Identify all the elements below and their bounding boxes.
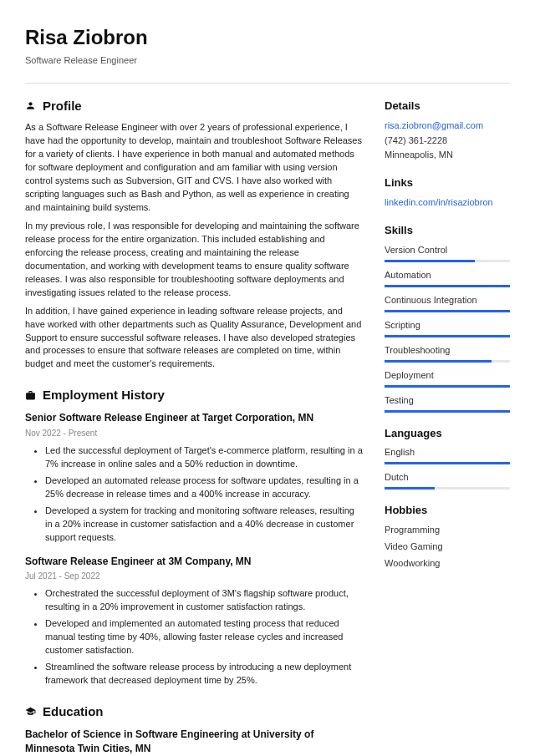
hobby-item: Programming: [385, 524, 510, 537]
job-bullet: Developed and implemented an automated t…: [45, 617, 363, 657]
skill-bar: [385, 385, 510, 388]
job-bullet: Developed a system for tracking and moni…: [45, 505, 363, 545]
job-bullets: Orchestrated the successful deployment o…: [25, 587, 363, 688]
hobby-item: Video Gaming: [385, 540, 510, 554]
job-bullet: Led the successful deployment of Target'…: [45, 444, 363, 471]
skill-name: Automation: [385, 269, 510, 282]
skill-item: Continuous Integration: [385, 294, 510, 312]
skills-block: Skills Version ControlAutomationContinuo…: [385, 223, 510, 412]
skill-bar: [385, 310, 510, 312]
briefcase-icon: [25, 390, 36, 401]
education-degree: Bachelor of Science in Software Engineer…: [25, 728, 363, 756]
skill-bar: [385, 360, 510, 363]
profile-p1: As a Software Release Engineer with over…: [25, 121, 363, 215]
skill-fill: [385, 310, 510, 312]
employment-title: Employment History: [43, 386, 165, 404]
skill-name: Troubleshooting: [385, 344, 510, 358]
person-subtitle: Software Release Engineer: [25, 54, 510, 68]
details-block: Details risa.ziobron@gmail.com (742) 361…: [385, 99, 510, 163]
skill-name: Testing: [385, 394, 510, 408]
profile-title: Profile: [43, 97, 82, 115]
job-bullet: Streamlined the software release process…: [45, 661, 363, 688]
skill-item: Automation: [385, 269, 510, 287]
language-item: Dutch: [385, 471, 510, 490]
links-title: Links: [385, 175, 510, 191]
location: Minneapolis, MN: [385, 149, 510, 162]
job-date: Nov 2022 - Present: [25, 428, 363, 440]
language-name: English: [385, 446, 510, 459]
language-fill: [385, 487, 435, 490]
skills-title: Skills: [385, 223, 510, 239]
skill-item: Scripting: [385, 319, 510, 337]
skill-fill: [385, 285, 510, 287]
profile-p2: In my previous role, I was responsible f…: [25, 220, 363, 300]
skill-item: Version Control: [385, 244, 510, 262]
language-bar: [385, 462, 510, 464]
details-title: Details: [385, 99, 510, 114]
side-column: Details risa.ziobron@gmail.com (742) 361…: [385, 97, 510, 756]
skill-fill: [385, 260, 475, 262]
skill-item: Deployment: [385, 369, 510, 388]
skill-name: Continuous Integration: [385, 294, 510, 307]
hobbies-block: Hobbies ProgrammingVideo GamingWoodworki…: [385, 503, 510, 571]
skill-fill: [385, 410, 510, 413]
job-title: Senior Software Release Engineer at Targ…: [25, 411, 363, 425]
languages-title: Languages: [385, 426, 510, 442]
skill-name: Version Control: [385, 244, 510, 257]
employment-heading: Employment History: [25, 386, 363, 404]
profile-p3: In addition, I have gained experience in…: [25, 305, 363, 372]
skill-name: Scripting: [385, 319, 510, 332]
job-bullet: Developed an automated release process f…: [45, 474, 363, 501]
person-icon: [25, 100, 36, 111]
main-column: Profile As a Software Release Engineer w…: [25, 97, 363, 756]
profile-heading: Profile: [25, 97, 363, 115]
education-entry: Bachelor of Science in Software Engineer…: [25, 728, 363, 756]
header: Risa Ziobron Software Release Engineer: [25, 23, 510, 68]
skill-item: Troubleshooting: [385, 344, 510, 363]
skill-fill: [385, 385, 510, 388]
job-date: Jul 2021 - Sep 2022: [25, 571, 363, 583]
links-block: Links linkedin.com/in/risaziobron: [385, 175, 510, 210]
skill-fill: [385, 335, 510, 337]
job-bullets: Led the successful deployment of Target'…: [25, 444, 363, 545]
skill-item: Testing: [385, 394, 510, 413]
language-bar: [385, 487, 510, 490]
graduation-icon: [25, 706, 36, 717]
hobby-item: Woodworking: [385, 557, 510, 571]
linkedin-link[interactable]: linkedin.com/in/risaziobron: [385, 196, 510, 210]
skill-bar: [385, 335, 510, 337]
employment-section: Employment History Senior Software Relea…: [25, 386, 363, 688]
person-name: Risa Ziobron: [25, 23, 510, 53]
columns: Profile As a Software Release Engineer w…: [25, 97, 510, 756]
phone: (742) 361-2228: [385, 134, 510, 148]
job-entry: Software Release Engineer at 3M Company,…: [25, 555, 363, 688]
skill-bar: [385, 285, 510, 287]
language-name: Dutch: [385, 471, 510, 485]
job-entry: Senior Software Release Engineer at Targ…: [25, 411, 363, 544]
education-heading: Education: [25, 703, 363, 721]
header-divider: [25, 83, 510, 84]
education-section: Education Bachelor of Science in Softwar…: [25, 703, 363, 756]
job-bullet: Orchestrated the successful deployment o…: [45, 587, 363, 614]
hobbies-title: Hobbies: [385, 503, 510, 519]
skill-bar: [385, 410, 510, 413]
skill-fill: [385, 360, 492, 363]
profile-section: Profile As a Software Release Engineer w…: [25, 97, 363, 372]
languages-block: Languages EnglishDutch: [385, 426, 510, 490]
skill-bar: [385, 260, 510, 262]
language-fill: [385, 462, 510, 464]
job-title: Software Release Engineer at 3M Company,…: [25, 555, 363, 569]
skill-name: Deployment: [385, 369, 510, 383]
education-title: Education: [43, 703, 104, 721]
language-item: English: [385, 446, 510, 464]
email-link[interactable]: risa.ziobron@gmail.com: [385, 119, 510, 133]
